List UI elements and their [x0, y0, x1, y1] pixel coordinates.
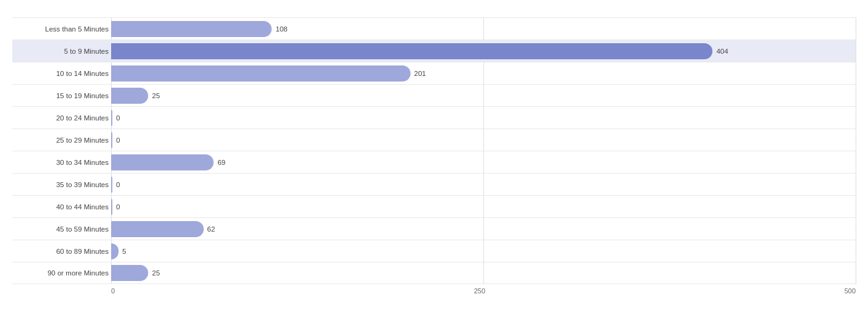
bar-value-10: 5	[122, 248, 126, 255]
bar-fill-0	[111, 21, 272, 37]
bar-row-4: 20 to 24 Minutes0	[12, 106, 856, 128]
bar-label-8: 40 to 44 Minutes	[12, 203, 111, 211]
bar-label-10: 60 to 89 Minutes	[12, 248, 111, 255]
x-label-250: 250	[474, 287, 485, 295]
bar-row-10: 60 to 89 Minutes5	[12, 240, 856, 262]
bar-fill-1	[111, 43, 712, 59]
bar-row-11: 90 or more Minutes25	[12, 262, 856, 284]
bar-value-5: 0	[116, 136, 120, 144]
bar-wrapper-1: 404	[111, 40, 856, 62]
bar-fill-10	[111, 243, 119, 259]
bar-wrapper-8: 0	[111, 196, 856, 217]
bar-fill-9	[111, 221, 204, 237]
bar-row-3: 15 to 19 Minutes25	[12, 84, 856, 106]
bar-value-4: 0	[116, 114, 120, 122]
bar-row-7: 35 to 39 Minutes0	[12, 173, 856, 195]
x-label-0: 0	[111, 287, 115, 295]
bar-wrapper-9: 62	[111, 218, 856, 240]
bar-label-2: 10 to 14 Minutes	[12, 70, 111, 77]
bar-label-11: 90 or more Minutes	[12, 269, 111, 277]
bar-wrapper-3: 25	[111, 85, 856, 106]
bar-fill-11	[111, 265, 148, 281]
chart-area: Less than 5 Minutes1085 to 9 Minutes4041…	[12, 17, 856, 284]
grid-line-500	[856, 17, 856, 284]
bar-value-11: 25	[152, 269, 160, 277]
bar-row-9: 45 to 59 Minutes62	[12, 217, 856, 240]
bar-wrapper-0: 108	[111, 18, 856, 40]
bar-fill-7	[111, 177, 112, 193]
bar-fill-4	[111, 110, 112, 126]
bar-fill-6	[111, 154, 214, 170]
bar-fill-2	[111, 65, 411, 82]
bar-value-7: 0	[116, 181, 120, 188]
chart-container: Less than 5 Minutes1085 to 9 Minutes4041…	[0, 6, 868, 319]
bar-value-8: 0	[116, 203, 120, 211]
bar-wrapper-5: 0	[111, 129, 856, 151]
bar-value-2: 201	[414, 70, 426, 77]
bar-value-0: 108	[275, 25, 287, 33]
bar-fill-5	[111, 132, 112, 148]
bar-value-6: 69	[217, 159, 225, 166]
x-axis: 0 250 500	[111, 284, 856, 295]
x-label-500: 500	[845, 287, 856, 295]
bar-wrapper-11: 25	[111, 262, 856, 283]
bar-row-6: 30 to 34 Minutes69	[12, 151, 856, 173]
bar-label-7: 35 to 39 Minutes	[12, 181, 111, 188]
bar-row-5: 25 to 29 Minutes0	[12, 128, 856, 151]
bar-label-0: Less than 5 Minutes	[12, 25, 111, 33]
bar-value-3: 25	[152, 92, 160, 99]
bar-label-3: 15 to 19 Minutes	[12, 92, 111, 99]
bar-wrapper-4: 0	[111, 107, 856, 128]
bar-wrapper-10: 5	[111, 240, 856, 262]
bar-label-4: 20 to 24 Minutes	[12, 114, 111, 122]
bar-value-1: 404	[716, 48, 728, 55]
bar-fill-8	[111, 199, 112, 215]
bar-row-0: Less than 5 Minutes108	[12, 17, 856, 40]
bar-label-6: 30 to 34 Minutes	[12, 159, 111, 166]
bar-row-1: 5 to 9 Minutes404	[12, 40, 856, 62]
bar-label-5: 25 to 29 Minutes	[12, 136, 111, 144]
bar-label-9: 45 to 59 Minutes	[12, 225, 111, 233]
bar-row-2: 10 to 14 Minutes201	[12, 62, 856, 84]
bar-value-9: 62	[207, 225, 215, 233]
bar-wrapper-6: 69	[111, 151, 856, 173]
bars-container: Less than 5 Minutes1085 to 9 Minutes4041…	[12, 17, 856, 284]
bar-label-1: 5 to 9 Minutes	[12, 48, 111, 55]
bar-wrapper-7: 0	[111, 174, 856, 195]
bar-fill-3	[111, 88, 148, 104]
bar-row-8: 40 to 44 Minutes0	[12, 195, 856, 217]
bar-wrapper-2: 201	[111, 62, 856, 84]
